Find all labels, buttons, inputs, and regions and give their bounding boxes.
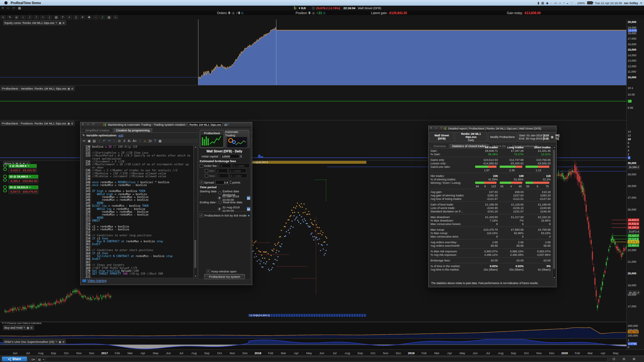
position-gear-icon[interactable]: [3, 164, 8, 171]
close-icon[interactable]: ⊗: [62, 340, 65, 343]
min-fee-checkbox[interactable]: [205, 169, 208, 173]
realtime-date-radio[interactable]: [219, 201, 222, 204]
paste-icon[interactable]: ▤: [92, 139, 96, 143]
fib-tool[interactable]: ▤: [53, 15, 59, 19]
font-smaller-button[interactable]: A-: [128, 139, 131, 143]
menubar-user[interactable]: Ian Solley: [624, 1, 638, 5]
variables-chart[interactable]: [0, 85, 626, 120]
copy-icon[interactable]: ▣: [87, 139, 91, 143]
window-icon[interactable]: ▣: [27, 326, 30, 329]
wifi-icon[interactable]: ◒: [567, 1, 569, 5]
chart-icon[interactable]: ▮: [538, 1, 540, 5]
order-fee-field[interactable]: 0: [219, 163, 231, 168]
code-line[interactable]: 166EndIf: [83, 258, 193, 261]
code-line[interactable]: 130boxSize = 20 // 100 Orig 110: [83, 145, 193, 148]
keep-open-checkbox[interactable]: ✓: [207, 270, 210, 273]
order-fee-unit-select[interactable]: £ / order: [232, 163, 250, 168]
heart-icon[interactable]: ♡: [570, 1, 573, 5]
pencil-tool[interactable]: ✎: [7, 15, 13, 19]
order-marker-bottom[interactable]: 12.09@(24,800.0): [248, 314, 366, 317]
apple-menu-icon[interactable]: [4, 1, 8, 4]
cut-icon[interactable]: ✂: [82, 139, 86, 143]
comment-icon[interactable]: //: [123, 139, 126, 143]
code-line[interactable]: 161EndIf: [83, 243, 193, 246]
erase-tool[interactable]: ×: [67, 15, 72, 19]
arrow-tool[interactable]: ↗: [100, 15, 105, 19]
info-icon[interactable]: ◌: [550, 1, 552, 5]
close-icon[interactable]: ⊗: [71, 122, 73, 125]
user-menu-icon[interactable]: Ω▾: [30, 357, 36, 362]
tick-mode-checkbox[interactable]: ✓: [200, 214, 203, 217]
add-variable-link[interactable]: add: [118, 134, 123, 137]
dialog-report-icon[interactable]: ▤: [224, 123, 227, 126]
zoom-tool[interactable]: ○: [20, 15, 26, 19]
video-training-link[interactable]: Video training: [87, 279, 107, 282]
horizontal-scrollbar[interactable]: ◂: [41, 357, 608, 362]
start-date-radio[interactable]: [218, 196, 221, 200]
code-line[interactable]: 171SET TARGET PPROFIT 500 //Orig 150 //B…: [83, 272, 193, 275]
wrench-icon[interactable]: ✎: [23, 326, 26, 329]
tab-simplified-creation[interactable]: Simplified creation: [82, 128, 113, 132]
code-line[interactable]: 172: [83, 276, 193, 278]
max-fee-checkbox[interactable]: [205, 174, 208, 178]
ray-tool[interactable]: /: [34, 15, 39, 19]
window-icon[interactable]: ▣: [67, 122, 70, 125]
run-probacktest-button[interactable]: ProBacktest my system: [204, 274, 245, 279]
initial-capital-field[interactable]: 10000: [220, 154, 239, 158]
position-gear-icon[interactable]: [3, 175, 8, 182]
spread-checkbox[interactable]: ✓: [200, 181, 203, 184]
buy-hold-chart[interactable]: [0, 324, 626, 338]
trash-tool[interactable]: ▯: [73, 15, 79, 19]
tab-probacktest[interactable]: ProBacktest: [200, 130, 224, 148]
position-qty-badge[interactable]: 10 @ 29,021.9 ×: [8, 185, 38, 189]
code-line[interactable]: 153ENDIF: [83, 219, 193, 222]
tab-creation-by-programming[interactable]: Creation by programming: [113, 128, 153, 132]
tick-info-icon[interactable]: ●: [248, 214, 250, 217]
function-icon[interactable]: ƒx: [148, 139, 152, 143]
modify-probacktest-button[interactable]: Modify ProBacktest: [488, 132, 517, 142]
text-tool[interactable]: T: [60, 15, 65, 19]
min-fee-field[interactable]: 0: [216, 168, 228, 173]
code-line[interactable]: 135//MaxIncrement = 10 //10 Limit of no …: [83, 163, 193, 169]
open-position-row[interactable]: 10 @ 29,469.5 ×-6,395.2-£63,952.00: [3, 175, 38, 183]
spread-field[interactable]: 3.8: [215, 180, 229, 184]
display-icon[interactable]: ▭: [554, 1, 557, 5]
zigzag-tool[interactable]: ~: [93, 15, 98, 19]
order-marker-top[interactable]: 12.09@24,797.0: [248, 161, 366, 164]
phone-icon[interactable]: ◆: [546, 1, 549, 5]
close-icon[interactable]: ⊗: [30, 326, 33, 329]
code-scrollbar[interactable]: ▲ ▼: [194, 145, 197, 278]
equity-curve-chart[interactable]: [0, 19, 626, 85]
calendar-icon[interactable]: [247, 196, 250, 200]
window-icon[interactable]: ▣: [58, 340, 61, 343]
position-config-icon[interactable]: ⊙: [323, 11, 325, 15]
window-icon[interactable]: ▣: [58, 21, 61, 25]
close-position-icon[interactable]: ×: [29, 175, 31, 178]
open-position-row[interactable]: 1 @ 29,489.6 ×-6,415.3-£6,415.30: [3, 164, 37, 173]
order-fee-checkbox[interactable]: [200, 164, 203, 167]
undo-icon[interactable]: ↶: [103, 139, 106, 143]
system-name-field[interactable]: Renko 1M ML1 StpLoss: [188, 123, 222, 127]
share-button[interactable]: Share: [2, 357, 27, 361]
scroll-up-icon[interactable]: ▲: [553, 146, 556, 149]
report-window-controls[interactable]: × ─ □: [430, 126, 443, 129]
code-line[interactable]: 141once renkoMin = renkoMax - boxSize: [83, 184, 193, 187]
position-close-icon[interactable]: ×: [312, 12, 315, 15]
wrench-icon[interactable]: ✎: [55, 21, 58, 25]
app-title[interactable]: ProRealTime Demo: [11, 1, 41, 5]
wave-tool[interactable]: ≈: [113, 15, 118, 19]
close-position-icon[interactable]: ×: [28, 164, 29, 167]
cursor-tool[interactable]: ↖: [1, 15, 6, 19]
scroll-down-icon[interactable]: ▼: [194, 275, 197, 278]
position-gear-icon[interactable]: [3, 185, 8, 192]
position-qty-badge[interactable]: 1 @ 29,489.6 ×: [8, 164, 37, 168]
scroll-down-icon[interactable]: ▼: [553, 276, 556, 279]
dialog-window-controls[interactable]: × ─ □: [82, 123, 95, 126]
print-icon[interactable]: ▦: [158, 139, 162, 143]
pattern-tool[interactable]: ✱: [86, 15, 92, 19]
search-icon[interactable]: ⊙: [118, 139, 121, 143]
timeline[interactable]: JunJulAugSepOctNovDec2017FebMarAprMayJun…: [0, 349, 644, 356]
wrench-icon[interactable]: ✎: [55, 340, 58, 343]
dialog-help-icon[interactable]: ?: [227, 123, 229, 126]
code-line[interactable]: 138//MinValue = increment //Minimum allo…: [83, 175, 193, 178]
